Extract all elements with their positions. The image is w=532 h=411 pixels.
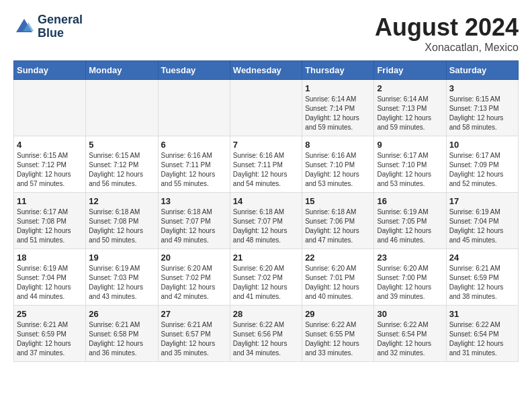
weekday-header-tuesday: Tuesday — [158, 61, 230, 80]
day-number: 5 — [89, 140, 154, 150]
day-info: Sunrise: 6:18 AM Sunset: 7:07 PM Dayligh… — [161, 208, 227, 245]
day-number: 23 — [377, 253, 443, 263]
calendar-cell: 4Sunrise: 6:15 AM Sunset: 7:12 PM Daylig… — [14, 136, 86, 193]
day-info: Sunrise: 6:21 AM Sunset: 6:57 PM Dayligh… — [161, 320, 227, 358]
logo-icon — [13, 16, 35, 38]
calendar-cell: 13Sunrise: 6:18 AM Sunset: 7:07 PM Dayli… — [158, 193, 230, 249]
day-info: Sunrise: 6:20 AM Sunset: 7:02 PM Dayligh… — [233, 264, 299, 302]
calendar-cell: 11Sunrise: 6:17 AM Sunset: 7:08 PM Dayli… — [14, 193, 86, 249]
calendar-cell: 21Sunrise: 6:20 AM Sunset: 7:02 PM Dayli… — [230, 249, 302, 306]
day-info: Sunrise: 6:20 AM Sunset: 7:00 PM Dayligh… — [377, 264, 443, 302]
day-info: Sunrise: 6:22 AM Sunset: 6:54 PM Dayligh… — [377, 320, 443, 358]
day-info: Sunrise: 6:22 AM Sunset: 6:54 PM Dayligh… — [449, 320, 515, 358]
day-number: 16 — [377, 196, 443, 206]
day-info: Sunrise: 6:14 AM Sunset: 7:14 PM Dayligh… — [305, 95, 371, 132]
calendar-cell — [86, 80, 158, 136]
weekday-header-saturday: Saturday — [446, 61, 518, 80]
calendar-cell: 18Sunrise: 6:19 AM Sunset: 7:04 PM Dayli… — [14, 249, 86, 306]
calendar-cell: 28Sunrise: 6:22 AM Sunset: 6:56 PM Dayli… — [230, 306, 302, 362]
day-info: Sunrise: 6:17 AM Sunset: 7:09 PM Dayligh… — [449, 151, 515, 189]
week-row-3: 11Sunrise: 6:17 AM Sunset: 7:08 PM Dayli… — [14, 193, 519, 249]
week-row-4: 18Sunrise: 6:19 AM Sunset: 7:04 PM Dayli… — [14, 249, 519, 306]
calendar-cell — [230, 80, 302, 136]
day-number: 28 — [233, 309, 299, 319]
calendar-cell — [14, 80, 86, 136]
day-number: 14 — [233, 196, 299, 206]
calendar-cell: 30Sunrise: 6:22 AM Sunset: 6:54 PM Dayli… — [374, 306, 446, 362]
day-info: Sunrise: 6:22 AM Sunset: 6:56 PM Dayligh… — [233, 320, 299, 358]
week-row-1: 1Sunrise: 6:14 AM Sunset: 7:14 PM Daylig… — [14, 80, 519, 136]
weekday-header-thursday: Thursday — [302, 61, 374, 80]
day-number: 27 — [161, 309, 227, 319]
calendar-cell: 6Sunrise: 6:16 AM Sunset: 7:11 PM Daylig… — [158, 136, 230, 193]
calendar-cell: 5Sunrise: 6:15 AM Sunset: 7:12 PM Daylig… — [86, 136, 158, 193]
week-row-2: 4Sunrise: 6:15 AM Sunset: 7:12 PM Daylig… — [14, 136, 519, 193]
day-number: 9 — [377, 140, 443, 150]
day-info: Sunrise: 6:18 AM Sunset: 7:07 PM Dayligh… — [233, 208, 299, 245]
day-number: 19 — [89, 253, 154, 263]
logo-text: General Blue — [38, 13, 83, 40]
calendar-cell: 9Sunrise: 6:17 AM Sunset: 7:10 PM Daylig… — [374, 136, 446, 193]
calendar-table: SundayMondayTuesdayWednesdayThursdayFrid… — [13, 60, 519, 362]
day-number: 1 — [305, 83, 371, 93]
day-number: 22 — [305, 253, 371, 263]
day-number: 30 — [377, 309, 443, 319]
page-header: General Blue August 2024 Xonacatlan, Mex… — [13, 13, 519, 54]
calendar-cell: 29Sunrise: 6:22 AM Sunset: 6:55 PM Dayli… — [302, 306, 374, 362]
day-number: 4 — [17, 140, 83, 150]
calendar-cell: 24Sunrise: 6:21 AM Sunset: 6:59 PM Dayli… — [446, 249, 518, 306]
calendar-cell: 27Sunrise: 6:21 AM Sunset: 6:57 PM Dayli… — [158, 306, 230, 362]
day-info: Sunrise: 6:15 AM Sunset: 7:13 PM Dayligh… — [449, 95, 515, 132]
day-number: 20 — [161, 253, 227, 263]
day-info: Sunrise: 6:14 AM Sunset: 7:13 PM Dayligh… — [377, 95, 443, 132]
day-number: 26 — [89, 309, 154, 319]
day-info: Sunrise: 6:17 AM Sunset: 7:08 PM Dayligh… — [17, 208, 83, 245]
calendar-cell: 16Sunrise: 6:19 AM Sunset: 7:05 PM Dayli… — [374, 193, 446, 249]
day-number: 8 — [305, 140, 371, 150]
calendar-cell: 31Sunrise: 6:22 AM Sunset: 6:54 PM Dayli… — [446, 306, 518, 362]
day-info: Sunrise: 6:18 AM Sunset: 7:06 PM Dayligh… — [305, 208, 371, 245]
calendar-cell: 15Sunrise: 6:18 AM Sunset: 7:06 PM Dayli… — [302, 193, 374, 249]
day-number: 25 — [17, 309, 83, 319]
calendar-cell: 12Sunrise: 6:18 AM Sunset: 7:08 PM Dayli… — [86, 193, 158, 249]
day-number: 24 — [449, 253, 515, 263]
day-info: Sunrise: 6:19 AM Sunset: 7:04 PM Dayligh… — [449, 208, 515, 245]
calendar-cell: 3Sunrise: 6:15 AM Sunset: 7:13 PM Daylig… — [446, 80, 518, 136]
calendar-cell: 22Sunrise: 6:20 AM Sunset: 7:01 PM Dayli… — [302, 249, 374, 306]
day-info: Sunrise: 6:16 AM Sunset: 7:10 PM Dayligh… — [305, 151, 371, 189]
calendar-cell: 8Sunrise: 6:16 AM Sunset: 7:10 PM Daylig… — [302, 136, 374, 193]
weekday-header-monday: Monday — [86, 61, 158, 80]
day-info: Sunrise: 6:16 AM Sunset: 7:11 PM Dayligh… — [233, 151, 299, 189]
calendar-cell: 17Sunrise: 6:19 AM Sunset: 7:04 PM Dayli… — [446, 193, 518, 249]
calendar-cell — [158, 80, 230, 136]
day-info: Sunrise: 6:17 AM Sunset: 7:10 PM Dayligh… — [377, 151, 443, 189]
day-number: 15 — [305, 196, 371, 206]
day-number: 17 — [449, 196, 515, 206]
day-info: Sunrise: 6:20 AM Sunset: 7:02 PM Dayligh… — [161, 264, 227, 302]
day-number: 31 — [449, 309, 515, 319]
day-info: Sunrise: 6:20 AM Sunset: 7:01 PM Dayligh… — [305, 264, 371, 302]
calendar-cell: 14Sunrise: 6:18 AM Sunset: 7:07 PM Dayli… — [230, 193, 302, 249]
day-info: Sunrise: 6:21 AM Sunset: 6:58 PM Dayligh… — [89, 320, 154, 358]
day-number: 29 — [305, 309, 371, 319]
day-number: 13 — [161, 196, 227, 206]
day-number: 18 — [17, 253, 83, 263]
logo: General Blue — [13, 13, 83, 40]
day-info: Sunrise: 6:18 AM Sunset: 7:08 PM Dayligh… — [89, 208, 154, 245]
calendar-cell: 10Sunrise: 6:17 AM Sunset: 7:09 PM Dayli… — [446, 136, 518, 193]
day-info: Sunrise: 6:19 AM Sunset: 7:04 PM Dayligh… — [17, 264, 83, 302]
day-info: Sunrise: 6:21 AM Sunset: 6:59 PM Dayligh… — [17, 320, 83, 358]
day-info: Sunrise: 6:19 AM Sunset: 7:03 PM Dayligh… — [89, 264, 154, 302]
day-number: 2 — [377, 83, 443, 93]
month-year: August 2024 — [375, 13, 519, 42]
title-area: August 2024 Xonacatlan, Mexico — [375, 13, 519, 54]
weekday-header-friday: Friday — [374, 61, 446, 80]
day-number: 12 — [89, 196, 154, 206]
day-info: Sunrise: 6:22 AM Sunset: 6:55 PM Dayligh… — [305, 320, 371, 358]
day-number: 7 — [233, 140, 299, 150]
weekday-header-row: SundayMondayTuesdayWednesdayThursdayFrid… — [14, 61, 519, 80]
week-row-5: 25Sunrise: 6:21 AM Sunset: 6:59 PM Dayli… — [14, 306, 519, 362]
day-number: 11 — [17, 196, 83, 206]
calendar-cell: 7Sunrise: 6:16 AM Sunset: 7:11 PM Daylig… — [230, 136, 302, 193]
day-number: 6 — [161, 140, 227, 150]
